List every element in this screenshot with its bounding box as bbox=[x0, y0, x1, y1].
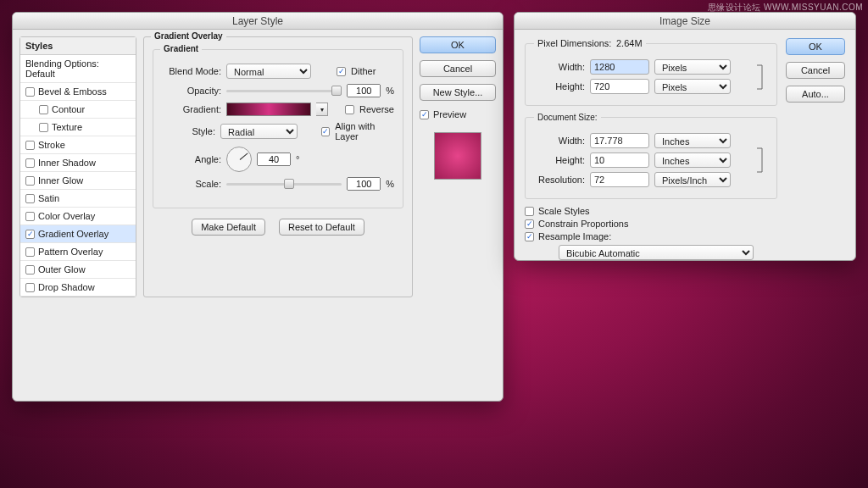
style-item-bevel-emboss[interactable]: Bevel & Emboss bbox=[20, 83, 136, 101]
scale-input[interactable] bbox=[347, 177, 381, 191]
dither-checkbox[interactable]: ✓ bbox=[337, 67, 346, 76]
make-default-button[interactable]: Make Default bbox=[192, 219, 265, 236]
ok-button[interactable]: OK bbox=[420, 36, 496, 53]
opacity-input[interactable] bbox=[347, 84, 381, 97]
angle-input[interactable] bbox=[257, 152, 291, 166]
style-item-satin[interactable]: Satin bbox=[20, 190, 136, 208]
scale-slider[interactable] bbox=[226, 178, 342, 190]
pixel-dimensions-group: Pixel Dimensions: 2.64M Width:Pixels Hei… bbox=[525, 38, 777, 106]
dialog-buttons: OK Cancel New Style... ✓Preview bbox=[420, 36, 496, 297]
angle-dial[interactable] bbox=[226, 147, 252, 172]
style-item-gradient-overlay[interactable]: ✓Gradient Overlay bbox=[20, 225, 136, 243]
doc-size-label: Document Size: bbox=[534, 113, 601, 122]
style-checkbox[interactable] bbox=[25, 158, 35, 168]
style-checkbox[interactable] bbox=[25, 176, 35, 186]
style-checkbox[interactable] bbox=[25, 283, 35, 292]
doc-height-label: Height: bbox=[534, 155, 585, 165]
resample-method-select[interactable]: Bicubic Automatic bbox=[559, 245, 754, 260]
gradient-title: Gradient bbox=[160, 44, 202, 53]
reverse-checkbox[interactable] bbox=[345, 105, 354, 114]
blend-mode-label: Blend Mode: bbox=[162, 66, 221, 76]
style-item-inner-shadow[interactable]: Inner Shadow bbox=[20, 154, 136, 172]
doc-width-unit[interactable]: Inches bbox=[654, 133, 731, 148]
scale-styles-checkbox[interactable] bbox=[525, 207, 534, 216]
gradient-group: Gradient Blend Mode: Normal ✓ Dither Opa… bbox=[153, 49, 403, 208]
blending-options-row[interactable]: Blending Options: Default bbox=[20, 55, 136, 83]
resample-label: Resample Image: bbox=[538, 231, 611, 241]
angle-label: Angle: bbox=[162, 154, 221, 164]
res-label: Resolution: bbox=[534, 175, 585, 185]
gradient-dropdown[interactable]: ▾ bbox=[316, 103, 328, 116]
dither-label: Dither bbox=[351, 66, 376, 76]
style-item-label: Inner Glow bbox=[38, 175, 83, 186]
style-item-drop-shadow[interactable]: Drop Shadow bbox=[20, 279, 136, 297]
px-height-label: Height: bbox=[534, 81, 585, 92]
style-item-color-overlay[interactable]: Color Overlay bbox=[20, 208, 136, 225]
ok-button[interactable]: OK bbox=[786, 38, 845, 55]
link-icon bbox=[754, 60, 768, 94]
style-item-stroke[interactable]: Stroke bbox=[20, 136, 136, 154]
style-checkbox[interactable] bbox=[25, 212, 35, 221]
px-width-input[interactable] bbox=[590, 59, 649, 75]
scale-label: Scale: bbox=[162, 179, 221, 189]
doc-height-unit[interactable]: Inches bbox=[654, 152, 731, 168]
style-item-outer-glow[interactable]: Outer Glow bbox=[20, 261, 136, 279]
res-input[interactable] bbox=[590, 172, 649, 187]
blend-mode-select[interactable]: Normal bbox=[226, 64, 311, 79]
gradient-label: Gradient: bbox=[162, 104, 221, 114]
style-item-label: Outer Glow bbox=[38, 264, 86, 274]
opacity-slider[interactable] bbox=[226, 85, 342, 97]
style-checkbox[interactable] bbox=[25, 141, 35, 150]
preview-checkbox[interactable]: ✓ bbox=[420, 110, 429, 119]
style-checkbox[interactable] bbox=[39, 123, 48, 132]
style-item-label: Contour bbox=[52, 104, 85, 114]
opacity-label: Opacity: bbox=[162, 86, 221, 96]
scale-styles-label: Scale Styles bbox=[538, 206, 590, 216]
styles-header: Styles bbox=[20, 37, 136, 55]
res-unit[interactable]: Pixels/Inch bbox=[654, 172, 731, 187]
style-select[interactable]: Radial bbox=[220, 124, 298, 139]
style-checkbox[interactable] bbox=[25, 194, 35, 203]
style-item-label: Stroke bbox=[38, 140, 65, 150]
style-item-label: Inner Shadow bbox=[38, 158, 96, 168]
align-checkbox[interactable]: ✓ bbox=[321, 127, 330, 136]
doc-width-label: Width: bbox=[534, 136, 585, 146]
layer-style-dialog: Layer Style Styles Blending Options: Def… bbox=[12, 12, 504, 402]
gradient-overlay-panel: Gradient Overlay Gradient Blend Mode: No… bbox=[143, 36, 413, 297]
style-item-label: Bevel & Emboss bbox=[38, 86, 107, 97]
auto-button[interactable]: Auto... bbox=[786, 86, 845, 103]
pixel-dim-value: 2.64M bbox=[616, 38, 643, 48]
style-label: Style: bbox=[162, 126, 215, 136]
cancel-button[interactable]: Cancel bbox=[420, 60, 496, 77]
style-checkbox[interactable] bbox=[25, 265, 35, 274]
styles-list: Styles Blending Options: Default Bevel &… bbox=[19, 36, 136, 297]
style-checkbox[interactable] bbox=[25, 247, 35, 257]
style-item-texture[interactable]: Texture bbox=[20, 119, 136, 136]
pixel-dim-label: Pixel Dimensions: bbox=[537, 38, 611, 48]
style-item-inner-glow[interactable]: Inner Glow bbox=[20, 172, 136, 190]
constrain-label: Constrain Proportions bbox=[538, 219, 628, 229]
gradient-swatch[interactable] bbox=[226, 103, 311, 116]
px-width-unit[interactable]: Pixels bbox=[654, 59, 731, 75]
style-checkbox[interactable] bbox=[25, 87, 35, 97]
style-item-pattern-overlay[interactable]: Pattern Overlay bbox=[20, 243, 136, 261]
px-height-unit[interactable]: Pixels bbox=[654, 79, 731, 94]
link-icon bbox=[754, 143, 768, 177]
style-item-label: Gradient Overlay bbox=[38, 229, 108, 239]
style-checkbox[interactable]: ✓ bbox=[25, 230, 35, 239]
style-checkbox[interactable] bbox=[39, 105, 48, 114]
reset-default-button[interactable]: Reset to Default bbox=[279, 219, 364, 236]
style-item-label: Satin bbox=[38, 193, 59, 203]
pct-label: % bbox=[386, 86, 394, 96]
px-height-input[interactable] bbox=[590, 79, 649, 94]
resample-checkbox[interactable]: ✓ bbox=[525, 232, 534, 241]
cancel-button[interactable]: Cancel bbox=[786, 62, 845, 79]
preview-label: Preview bbox=[433, 109, 466, 119]
constrain-checkbox[interactable]: ✓ bbox=[525, 219, 534, 229]
doc-width-input[interactable] bbox=[590, 133, 649, 148]
reverse-label: Reverse bbox=[359, 104, 394, 114]
new-style-button[interactable]: New Style... bbox=[420, 84, 496, 101]
style-item-contour[interactable]: Contour bbox=[20, 101, 136, 119]
doc-height-input[interactable] bbox=[590, 152, 649, 168]
style-item-label: Color Overlay bbox=[38, 211, 95, 221]
